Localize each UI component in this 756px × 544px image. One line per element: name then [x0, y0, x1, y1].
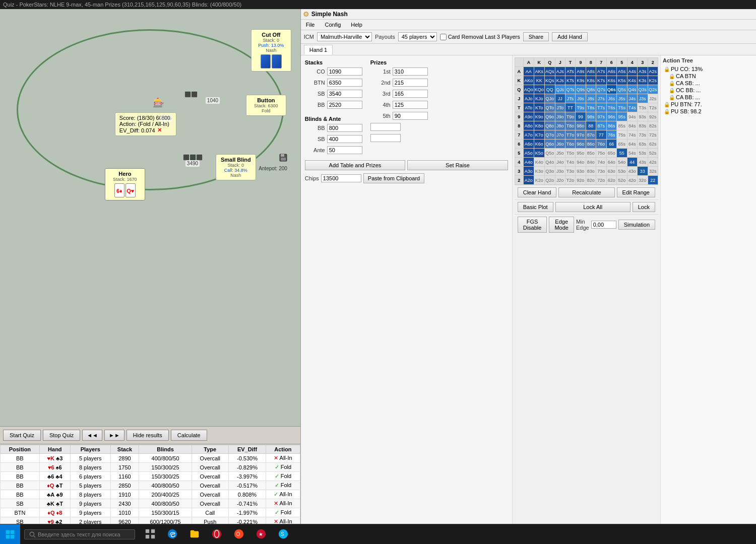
matrix-cell-J3o[interactable]: J3o — [555, 167, 565, 176]
matrix-cell-A8o[interactable]: A8o — [523, 121, 534, 130]
matrix-cell-83o[interactable]: 83o — [586, 167, 596, 176]
matrix-cell-AKo[interactable]: AKo — [523, 76, 534, 85]
menu-help[interactable]: Help — [349, 21, 364, 29]
back-button[interactable]: ◄◄ — [82, 430, 102, 441]
matrix-cell-A9o[interactable]: A9o — [523, 112, 534, 121]
matrix-cell-A7o[interactable]: A7o — [523, 130, 534, 140]
paste-button[interactable]: Paste from Clipboard — [363, 173, 424, 183]
fgs-button[interactable]: FGS Disable — [518, 217, 547, 233]
matrix-cell-88[interactable]: 88 — [586, 121, 596, 130]
taskbar-app-pokerstars[interactable]: ★ — [250, 524, 272, 545]
table-row[interactable]: BB ♣6 ♣4 6 players 1160 150/300/25 Overc… — [1, 472, 300, 481]
matrix-cell-Q2o[interactable]: Q2o — [544, 176, 555, 185]
matrix-cell-33[interactable]: 33 — [638, 167, 648, 176]
matrix-cell-42s[interactable]: 42s — [648, 158, 658, 167]
matrix-cell-J4o[interactable]: J4o — [555, 158, 565, 167]
matrix-cell-Q4s[interactable]: Q4s — [627, 85, 637, 94]
matrix-cell-T4o[interactable]: T4o — [565, 158, 575, 167]
p7-input[interactable] — [370, 134, 401, 142]
forward-button[interactable]: ►► — [104, 430, 124, 441]
matrix-cell-T7s[interactable]: T7s — [596, 103, 606, 112]
matrix-cell-83s[interactable]: 83s — [638, 121, 648, 130]
matrix-cell-A5o[interactable]: A5o — [523, 149, 534, 158]
matrix-cell-T6s[interactable]: T6s — [606, 103, 617, 112]
lock-button[interactable]: Lock — [633, 202, 655, 212]
matrix-cell-AA[interactable]: AA — [523, 67, 534, 76]
matrix-cell-55[interactable]: 55 — [617, 149, 627, 158]
tree-item-4[interactable]: 🔒 CA BB: ... — [663, 94, 754, 101]
matrix-cell-JTo[interactable]: JTo — [555, 103, 565, 112]
matrix-cell-T5s[interactable]: T5s — [617, 103, 627, 112]
matrix-cell-95o[interactable]: 95o — [576, 149, 586, 158]
matrix-cell-K3s[interactable]: K3s — [638, 76, 648, 85]
matrix-cell-K5o[interactable]: K5o — [534, 149, 544, 158]
p1-input[interactable] — [393, 67, 428, 76]
matrix-cell-K6s[interactable]: K6s — [606, 76, 617, 85]
edge-mode-button[interactable]: Edge Mode — [549, 217, 574, 233]
card-removal-check[interactable]: Card Removal Last 3 Players — [440, 34, 520, 40]
taskbar-app-files[interactable] — [183, 524, 206, 545]
matrix-cell-T9s[interactable]: T9s — [576, 103, 586, 112]
set-raise-button[interactable]: Set Raise — [407, 160, 508, 170]
matrix-cell-K7s[interactable]: K7s — [596, 76, 606, 85]
btn-stack-input[interactable] — [327, 79, 362, 87]
taskbar-app-view[interactable] — [139, 524, 161, 545]
card-removal-checkbox[interactable] — [440, 34, 447, 40]
matrix-cell-A7s[interactable]: A7s — [596, 67, 606, 76]
matrix-cell-A6s[interactable]: A6s — [606, 67, 617, 76]
taskbar-app-browser[interactable]: O — [228, 524, 250, 545]
matrix-cell-Q8s[interactable]: Q8s — [586, 85, 596, 94]
matrix-cell-J8s[interactable]: J8s — [586, 94, 596, 103]
matrix-cell-JJ[interactable]: JJ — [555, 94, 565, 103]
matrix-cell-65o[interactable]: 65o — [606, 149, 617, 158]
bb-stack-input[interactable] — [327, 101, 362, 109]
min-edge-input[interactable] — [591, 221, 616, 229]
start-quiz-button[interactable]: Start Quiz — [3, 430, 41, 441]
matrix-cell-ATs[interactable]: ATs — [565, 67, 575, 76]
share-button[interactable]: Share — [523, 32, 549, 41]
taskbar-app-skype[interactable]: S — [272, 524, 294, 545]
matrix-cell-KQo[interactable]: KQo — [534, 85, 544, 94]
simulation-button[interactable]: Simulation — [618, 220, 655, 230]
matrix-cell-KTo[interactable]: KTo — [534, 103, 544, 112]
matrix-cell-82s[interactable]: 82s — [648, 121, 658, 130]
matrix-cell-63o[interactable]: 63o — [606, 167, 617, 176]
matrix-cell-96o[interactable]: 96o — [576, 140, 586, 149]
matrix-cell-T6o[interactable]: T6o — [565, 140, 575, 149]
matrix-cell-93s[interactable]: 93s — [638, 112, 648, 121]
table-row[interactable]: BB ♥K ♣3 5 players 2890 400/800/50 Overc… — [1, 454, 300, 463]
matrix-cell-K9o[interactable]: K9o — [534, 112, 544, 121]
matrix-cell-AKs[interactable]: AKs — [534, 67, 544, 76]
matrix-cell-76o[interactable]: 76o — [596, 140, 606, 149]
matrix-cell-A2o[interactable]: A2o — [523, 176, 534, 185]
matrix-cell-T2o[interactable]: T2o — [565, 176, 575, 185]
matrix-cell-J6s[interactable]: J6s — [606, 94, 617, 103]
matrix-cell-KJo[interactable]: KJo — [534, 94, 544, 103]
matrix-cell-QTo[interactable]: QTo — [544, 103, 555, 112]
matrix-cell-85s[interactable]: 85s — [617, 121, 627, 130]
matrix-cell-Q6o[interactable]: Q6o — [544, 140, 555, 149]
matrix-cell-AQs[interactable]: AQs — [544, 67, 555, 76]
p3-input[interactable] — [393, 90, 428, 98]
ante-input[interactable] — [327, 146, 362, 154]
matrix-cell-AJo[interactable]: AJo — [523, 94, 534, 103]
matrix-cell-54s[interactable]: 54s — [627, 149, 637, 158]
matrix-cell-JTs[interactable]: JTs — [565, 94, 575, 103]
stop-quiz-button[interactable]: Stop Quiz — [43, 430, 80, 441]
matrix-cell-75o[interactable]: 75o — [596, 149, 606, 158]
matrix-cell-Q3s[interactable]: Q3s — [638, 85, 648, 94]
matrix-cell-K4o[interactable]: K4o — [534, 158, 544, 167]
matrix-cell-66[interactable]: 66 — [606, 140, 617, 149]
add-table-button[interactable]: Add Table and Prizes — [305, 160, 406, 170]
matrix-cell-K4s[interactable]: K4s — [627, 76, 637, 85]
matrix-cell-KJs[interactable]: KJs — [555, 76, 565, 85]
matrix-cell-94o[interactable]: 94o — [576, 158, 586, 167]
matrix-cell-62s[interactable]: 62s — [648, 140, 658, 149]
matrix-cell-K7o[interactable]: K7o — [534, 130, 544, 140]
lock-all-button[interactable]: Lock All — [555, 202, 631, 212]
matrix-cell-K3o[interactable]: K3o — [534, 167, 544, 176]
taskbar-app-opera[interactable] — [206, 524, 228, 545]
matrix-cell-A8s[interactable]: A8s — [586, 67, 596, 76]
matrix-cell-T5o[interactable]: T5o — [565, 149, 575, 158]
matrix-cell-J5s[interactable]: J5s — [617, 94, 627, 103]
